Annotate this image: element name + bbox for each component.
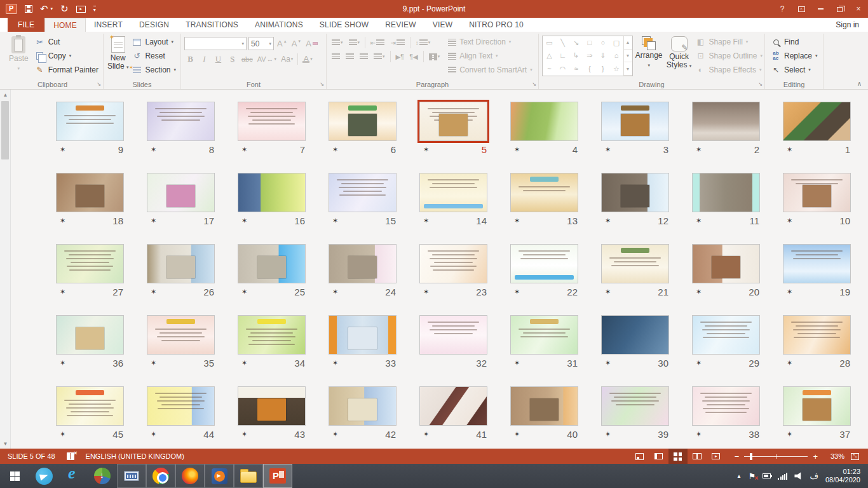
- taskbar-powerpoint-icon[interactable]: [263, 464, 292, 488]
- shape-cell-2[interactable]: ↘: [573, 39, 579, 46]
- line-spacing-button[interactable]: ↕▾: [414, 38, 433, 48]
- shape-effects-button[interactable]: ◐Shape Effects▾: [695, 63, 763, 77]
- copy-button[interactable]: Copy▾: [32, 49, 101, 63]
- decrease-indent-button[interactable]: ⇤: [369, 38, 386, 48]
- shape-cell-9[interactable]: ⇒: [587, 52, 592, 59]
- slide-thumbnail-2[interactable]: [692, 102, 760, 141]
- slide-thumbnail-39[interactable]: [601, 386, 669, 426]
- volume-icon[interactable]: [794, 472, 803, 480]
- tab-file[interactable]: FILE: [8, 18, 44, 32]
- slide-thumbnail-3[interactable]: [601, 102, 669, 141]
- undo-icon[interactable]: ↶: [40, 4, 48, 14]
- clock[interactable]: 01:23 08/04/2020: [825, 468, 860, 484]
- slide-thumbnail-35[interactable]: [147, 315, 215, 355]
- bullets-button[interactable]: ▾: [330, 38, 345, 48]
- font-color-button[interactable]: A▾: [301, 53, 314, 65]
- shape-cell-15[interactable]: {: [588, 65, 591, 72]
- align-right-button[interactable]: [358, 52, 370, 62]
- slide-thumbnail-19[interactable]: [783, 244, 851, 283]
- action-center-icon[interactable]: ⚑×: [749, 472, 756, 480]
- slide-thumbnail-33[interactable]: [329, 315, 397, 355]
- shape-scroll-up-icon[interactable]: ▲: [624, 36, 632, 50]
- slide-thumbnail-41[interactable]: [419, 386, 487, 426]
- numbering-button[interactable]: ▾: [347, 38, 362, 48]
- slide-thumbnail-42[interactable]: [329, 386, 397, 426]
- tab-insert[interactable]: INSERT: [86, 18, 131, 32]
- align-left-button[interactable]: [330, 52, 342, 62]
- slide-indicator[interactable]: SLIDE 5 OF 48: [8, 452, 55, 460]
- close-button[interactable]: ×: [849, 0, 868, 18]
- help-button[interactable]: ?: [773, 0, 792, 18]
- taskbar-media-player-icon[interactable]: [205, 464, 234, 488]
- reset-button[interactable]: ↺Reset: [129, 49, 179, 63]
- zoom-level[interactable]: 33%: [823, 452, 844, 460]
- undo-dropdown-icon[interactable]: ▾: [51, 6, 53, 11]
- new-slide-button[interactable]: NewSlide ▾: [107, 34, 129, 79]
- slide-thumbnail-9[interactable]: [56, 102, 124, 141]
- tab-home[interactable]: HOME: [44, 18, 86, 32]
- shape-cell-11[interactable]: ⌂: [614, 52, 619, 59]
- notes-button[interactable]: [630, 449, 649, 464]
- change-case-button[interactable]: Aa▾: [280, 53, 294, 65]
- quick-styles-button[interactable]: QuickStyles ▾: [665, 34, 693, 79]
- scrollbar-thumb[interactable]: [1, 101, 9, 159]
- vertical-scrollbar[interactable]: ▲ ▼: [0, 90, 11, 449]
- shape-outline-button[interactable]: ⊡Shape Outline▾: [695, 49, 763, 63]
- tab-view[interactable]: VIEW: [424, 18, 461, 32]
- tab-nitro-pro-10[interactable]: NITRO PRO 10: [461, 18, 532, 32]
- arrange-button[interactable]: Arrange ▾: [633, 34, 665, 79]
- slide-thumbnail-22[interactable]: [510, 244, 578, 283]
- slide-thumbnail-31[interactable]: [510, 315, 578, 355]
- taskbar-internet-explorer-icon[interactable]: [58, 464, 88, 488]
- ribbon-display-options-button[interactable]: ^: [792, 0, 811, 18]
- save-icon[interactable]: [25, 5, 32, 13]
- hidden-icons-button[interactable]: ▲: [736, 473, 742, 479]
- shape-cell-6[interactable]: △: [546, 52, 552, 59]
- slide-thumbnail-14[interactable]: [419, 173, 487, 212]
- slide-sorter-view-button[interactable]: [668, 449, 688, 464]
- normal-view-button[interactable]: [649, 449, 668, 464]
- slide-thumbnail-36[interactable]: [56, 315, 124, 355]
- tab-animations[interactable]: ANIMATIONS: [247, 18, 311, 32]
- zoom-in-button[interactable]: +: [813, 452, 818, 461]
- slide-thumbnail-43[interactable]: [238, 386, 306, 426]
- align-text-button[interactable]: Align Text▾: [448, 49, 532, 63]
- shape-scroll-down-icon[interactable]: ▼: [624, 50, 632, 63]
- tab-transitions[interactable]: TRANSITIONS: [177, 18, 247, 32]
- character-spacing-button[interactable]: AV↔▾: [256, 53, 278, 65]
- taskbar-start-button[interactable]: [0, 464, 29, 488]
- columns-button[interactable]: ▾: [427, 52, 442, 62]
- justify-button[interactable]: ▾: [372, 52, 387, 62]
- shape-gallery[interactable]: ▭╲↘□○▢△∟↳⇒⇓⌂~◠≈{}☆ ▲ ▼ ▼: [542, 36, 633, 76]
- shape-cell-0[interactable]: ▭: [546, 39, 552, 46]
- language-indicator[interactable]: ENGLISH (UNITED KINGDOM): [86, 452, 184, 460]
- taskbar-firefox-icon[interactable]: [175, 464, 205, 488]
- slide-thumbnail-44[interactable]: [147, 386, 215, 426]
- zoom-out-button[interactable]: −: [735, 452, 740, 461]
- restore-button[interactable]: [830, 0, 849, 18]
- network-signal-icon[interactable]: [778, 472, 787, 480]
- slide-thumbnail-29[interactable]: [692, 315, 760, 355]
- font-dialog-launcher[interactable]: ↘: [320, 81, 324, 88]
- cut-button[interactable]: ✂Cut: [32, 35, 101, 49]
- slide-thumbnail-8[interactable]: [147, 102, 215, 141]
- slide-thumbnail-7[interactable]: [238, 102, 306, 141]
- collapse-ribbon-button[interactable]: ∧: [857, 80, 862, 87]
- slide-show-button[interactable]: ▸: [707, 449, 726, 464]
- tab-slide-show[interactable]: SLIDE SHOW: [311, 18, 377, 32]
- slide-thumbnail-32[interactable]: [419, 315, 487, 355]
- drawing-dialog-launcher[interactable]: ↘: [758, 81, 763, 88]
- increase-font-size-button[interactable]: A▲: [276, 37, 288, 50]
- right-to-left-button[interactable]: ¶◀: [408, 52, 420, 62]
- find-button[interactable]: Find: [768, 35, 820, 49]
- slide-thumbnail-21[interactable]: [601, 244, 669, 283]
- shape-cell-3[interactable]: □: [587, 39, 592, 46]
- tab-design[interactable]: DESIGN: [131, 18, 177, 32]
- slide-thumbnail-23[interactable]: [419, 244, 487, 283]
- clipboard-dialog-launcher[interactable]: ↘: [97, 81, 101, 88]
- slide-thumbnail-40[interactable]: [510, 386, 578, 426]
- decrease-font-size-button[interactable]: A▼: [290, 37, 303, 50]
- shape-cell-10[interactable]: ⇓: [600, 52, 606, 59]
- font-name-combo[interactable]: ▾: [184, 37, 247, 50]
- text-direction-button[interactable]: Text Direction▾: [448, 35, 532, 49]
